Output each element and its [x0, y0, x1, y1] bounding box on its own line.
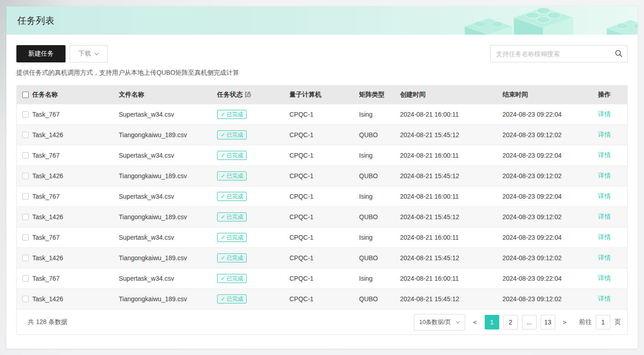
new-task-button[interactable]: 新建任务	[16, 45, 66, 62]
row-checkbox-cell	[17, 255, 32, 261]
detail-link[interactable]: 详情	[598, 274, 611, 282]
chevron-down-icon	[94, 52, 99, 56]
task-status-cell: ✓已完成	[217, 274, 289, 283]
table-row: Task_1426 Tiangongkaiwu_189.csv ✓已完成 CPQ…	[17, 247, 627, 268]
task-name-cell: Task_1426	[32, 295, 119, 303]
matrix-type-cell: Ising	[359, 275, 400, 282]
end-time-cell: 2024-08-23 09:12:02	[502, 131, 598, 139]
task-status-cell: ✓已完成	[217, 294, 289, 304]
row-checkbox-cell	[17, 152, 32, 159]
row-checkbox[interactable]	[22, 275, 29, 282]
detail-link[interactable]: 详情	[598, 233, 611, 241]
end-time-cell: 2024-08-23 09:22:04	[502, 152, 598, 159]
table-row: Task_1426 Tiangongkaiwu_189.csv ✓已完成 CPQ…	[17, 206, 627, 227]
row-checkbox-cell	[17, 132, 32, 138]
check-icon: ✓	[221, 132, 225, 138]
page-size-select[interactable]: 10条数据/页	[414, 314, 465, 330]
quantum-computer-cell: CPQC-1	[289, 234, 359, 241]
column-header-task-name: 任务名称	[32, 91, 119, 99]
task-name-cell: Task_1426	[32, 131, 119, 139]
detail-link[interactable]: 详情	[598, 213, 611, 220]
created-time-cell: 2024-08-21 16:00:11	[400, 152, 502, 159]
action-cell: 详情	[598, 295, 627, 303]
status-badge-label: 已完成	[227, 112, 243, 117]
file-name-cell: Tiangongkaiwu_189.csv	[119, 213, 217, 221]
row-checkbox[interactable]	[22, 255, 29, 261]
check-icon: ✓	[221, 112, 225, 117]
detail-link[interactable]: 详情	[598, 151, 611, 159]
search-icon[interactable]	[615, 50, 623, 57]
created-time-cell: 2024-08-21 16:00:11	[400, 234, 502, 241]
search-box	[490, 45, 628, 62]
status-history-filter-icon[interactable]	[245, 92, 252, 98]
file-name-cell: Tiangongkaiwu_189.csv	[119, 131, 217, 139]
page-number-list: 12...13	[485, 315, 555, 329]
file-name-cell: Tiangongkaiwu_189.csv	[119, 172, 217, 180]
goto-page-input[interactable]	[596, 315, 610, 329]
column-header-task-status: 任务状态	[217, 91, 289, 99]
select-all-checkbox[interactable]	[22, 92, 29, 98]
row-checkbox[interactable]	[22, 193, 29, 200]
row-checkbox[interactable]	[22, 234, 29, 241]
row-checkbox[interactable]	[22, 152, 29, 159]
select-all-cell	[17, 92, 32, 98]
detail-link[interactable]: 详情	[598, 172, 611, 179]
row-checkbox[interactable]	[22, 132, 29, 138]
check-icon: ✓	[221, 194, 225, 199]
page-button-13[interactable]: 13	[541, 315, 555, 329]
row-checkbox[interactable]	[22, 173, 29, 179]
table-row: Task_767 Supertask_w34.csv ✓已完成 CPQC-1 I…	[17, 268, 627, 288]
download-button[interactable]: 下载	[70, 45, 108, 62]
page-button-2[interactable]: 2	[503, 315, 518, 329]
search-input[interactable]	[490, 45, 628, 62]
matrix-type-cell: Ising	[359, 193, 400, 200]
page-button-1[interactable]: 1	[485, 315, 499, 329]
check-icon: ✓	[221, 153, 225, 158]
end-time-cell: 2024-08-23 09:22:04	[502, 234, 598, 241]
check-icon: ✓	[221, 276, 225, 281]
column-header-quantum-computer: 量子计算机	[289, 91, 359, 99]
prev-page-button[interactable]: <	[469, 319, 480, 326]
row-checkbox-cell	[17, 234, 32, 241]
next-page-button[interactable]: >	[559, 319, 570, 326]
table-footer: 共 128 条数据 10条数据/页 < 12...13 > 前往 页	[17, 309, 627, 334]
file-name-cell: Supertask_w34.csv	[119, 193, 217, 200]
row-checkbox-cell	[17, 296, 32, 302]
chevron-down-icon	[456, 321, 460, 324]
row-checkbox[interactable]	[22, 111, 29, 118]
detail-link[interactable]: 详情	[598, 254, 611, 261]
table-header-row: 任务名称 文件名称 任务状态 量子计算机 矩阵类型 创建时间 结束时间 操作	[17, 86, 627, 104]
created-time-cell: 2024-08-21 15:45:12	[400, 213, 502, 221]
goto-page: 前往 页	[579, 315, 621, 329]
task-name-cell: Task_767	[32, 193, 119, 200]
page-ellipsis-button[interactable]: ...	[522, 315, 537, 329]
download-button-label: 下载	[78, 50, 91, 58]
lego-bricks-decoration	[456, 6, 638, 35]
column-header-matrix-type: 矩阵类型	[359, 91, 400, 99]
detail-link[interactable]: 详情	[598, 192, 611, 200]
table-row: Task_767 Supertask_w34.csv ✓已完成 CPQC-1 I…	[17, 145, 627, 165]
matrix-type-cell: QUBO	[359, 172, 400, 180]
row-checkbox[interactable]	[22, 214, 29, 220]
status-badge: ✓已完成	[217, 110, 247, 119]
quantum-computer-cell: CPQC-1	[289, 193, 359, 200]
file-name-cell: Tiangongkaiwu_189.csv	[119, 254, 217, 262]
row-checkbox[interactable]	[22, 296, 29, 302]
quantum-computer-cell: CPQC-1	[289, 152, 359, 159]
table-row: Task_1426 Tiangongkaiwu_189.csv ✓已完成 CPQ…	[17, 165, 627, 186]
detail-link[interactable]: 详情	[598, 110, 611, 118]
detail-link[interactable]: 详情	[598, 131, 611, 138]
task-status-cell: ✓已完成	[217, 151, 289, 160]
detail-link[interactable]: 详情	[598, 295, 611, 302]
created-time-cell: 2024-08-21 15:45:12	[400, 131, 502, 139]
status-badge: ✓已完成	[217, 171, 247, 180]
row-checkbox-cell	[17, 173, 32, 179]
check-icon: ✓	[221, 173, 225, 179]
task-status-cell: ✓已完成	[217, 192, 289, 201]
task-name-cell: Task_767	[32, 152, 119, 159]
check-icon: ✓	[221, 214, 225, 220]
matrix-type-cell: QUBO	[359, 254, 400, 262]
table-row: Task_767 Supertask_w34.csv ✓已完成 CPQC-1 I…	[17, 186, 627, 206]
task-name-cell: Task_767	[32, 111, 119, 118]
quantum-computer-cell: CPQC-1	[289, 295, 359, 303]
